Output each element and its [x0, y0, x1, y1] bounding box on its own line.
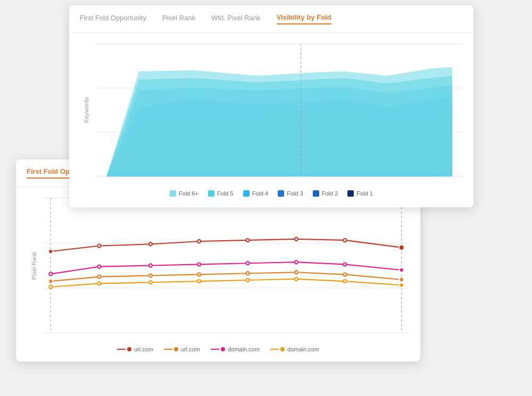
svg-point-37: [343, 263, 346, 266]
svg-point-45: [343, 273, 346, 276]
svg-point-49: [149, 281, 152, 284]
svg-point-47: [49, 285, 52, 289]
legend-dot-domain-pink: [221, 347, 225, 351]
svg-point-41: [149, 274, 152, 277]
svg-point-23: [48, 249, 53, 254]
svg-point-52: [295, 277, 298, 281]
legend-dot-fold1: [347, 190, 354, 197]
legend-dot-fold3: [278, 190, 284, 197]
svg-point-34: [197, 263, 201, 266]
legend-dot-fold4: [243, 190, 250, 197]
svg-point-43: [246, 272, 250, 275]
svg-point-29: [343, 239, 346, 242]
legend-label-fold3: Fold 3: [287, 190, 303, 197]
legend-dot-domain-yellow: [280, 347, 285, 351]
legend-dot-url-orange: [174, 347, 178, 351]
legend-dot-fold5: [208, 190, 214, 197]
area-chart-svg: 300 200 100 Wk Ended on 01/04 Wk Ended o…: [96, 38, 463, 182]
legend-domain-yellow: domain.com: [270, 346, 319, 352]
svg-point-46: [400, 277, 404, 282]
svg-point-33: [149, 264, 152, 267]
svg-point-24: [98, 244, 101, 247]
legend-fold4: Fold 4: [243, 190, 269, 197]
legend-fold3: Fold 3: [278, 190, 303, 197]
legend-line-domain-pink: [211, 349, 219, 350]
legend-fold1: Fold 1: [347, 190, 373, 197]
svg-point-27: [246, 239, 250, 242]
line-chart-svg: 150K 100K 50K: [43, 192, 410, 339]
svg-point-26: [197, 240, 201, 243]
legend-url-orange: url.com: [164, 346, 200, 352]
legend-domain-pink: domain.com: [211, 346, 260, 352]
tab-visibility-by-fold[interactable]: Visibility by Fold: [277, 13, 331, 24]
legend-label-fold6: Fold 6+: [179, 190, 198, 197]
legend-label-url-red: url.com: [134, 346, 153, 352]
svg-point-35: [246, 262, 250, 265]
y-axis-label-bottom: Pixel Rank: [31, 251, 37, 280]
svg-point-44: [295, 271, 298, 274]
legend-dot-fold2: [313, 190, 319, 197]
svg-point-50: [197, 280, 201, 283]
svg-point-30: [399, 245, 404, 250]
svg-point-51: [246, 279, 250, 282]
legend-label-fold4: Fold 4: [252, 190, 269, 197]
legend-url-red: url.com: [117, 346, 153, 352]
chart-legend-bottom: url.com url.com domain.com domain.com: [16, 344, 420, 355]
area-chart-container: Keywords 300 200 100: [69, 33, 473, 187]
legend-label-fold1: Fold 1: [356, 190, 373, 197]
line-chart-container: Pixel Rank 150K 100K 50K: [16, 187, 420, 344]
svg-point-36: [295, 260, 298, 264]
visibility-by-fold-card: First Fold Opportunity Pixel Rank Wtd. P…: [69, 5, 473, 207]
legend-fold5: Fold 5: [208, 190, 234, 197]
tab-first-fold-opportunity[interactable]: First Fold Opportunity: [80, 14, 146, 24]
legend-dot-fold6: [170, 190, 176, 197]
legend-fold2: Fold 2: [313, 190, 338, 197]
svg-point-42: [197, 273, 201, 276]
legend-line-url-orange: [164, 349, 172, 350]
legend-label-url-orange: url.com: [181, 346, 200, 352]
svg-point-32: [98, 265, 101, 268]
svg-point-53: [343, 280, 346, 283]
legend-label-fold2: Fold 2: [322, 190, 338, 197]
chart-legend-top: Fold 6+ Fold 5 Fold 4 Fold 3 Fold 2 Fold…: [69, 187, 473, 200]
svg-point-38: [400, 268, 404, 272]
y-axis-label-top: Keywords: [83, 97, 89, 123]
legend-fold6: Fold 6+: [170, 190, 198, 197]
tab-pixel-rank[interactable]: Pixel Rank: [162, 14, 195, 24]
svg-point-28: [295, 238, 298, 241]
svg-point-39: [48, 279, 53, 283]
svg-point-48: [98, 282, 101, 285]
svg-point-40: [98, 275, 101, 278]
legend-dot-url-red: [127, 347, 131, 351]
svg-point-25: [149, 242, 152, 246]
svg-point-54: [400, 283, 404, 287]
svg-point-31: [49, 272, 52, 275]
tab-wtd-pixel-rank[interactable]: Wtd. Pixel Rank: [211, 14, 260, 24]
tab-bar-top: First Fold Opportunity Pixel Rank Wtd. P…: [69, 5, 473, 33]
legend-label-domain-yellow: domain.com: [287, 346, 319, 352]
legend-line-domain-yellow: [270, 349, 279, 350]
legend-label-fold5: Fold 5: [217, 190, 234, 197]
legend-label-domain-pink: domain.com: [228, 346, 260, 352]
legend-line-url-red: [117, 349, 126, 350]
